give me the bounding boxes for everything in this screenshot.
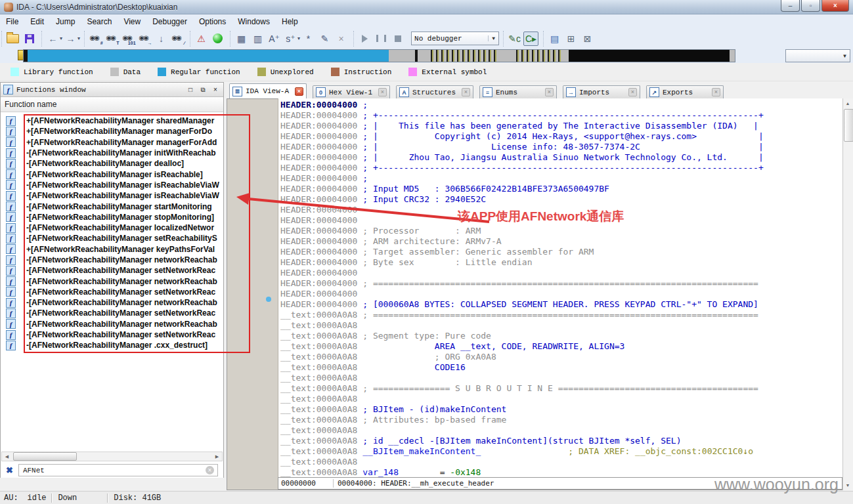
disassembly-line[interactable]: HEADER:00004000 ; +---------------------… [278,110,842,121]
open-file-button[interactable] [5,32,20,46]
make-struct-button[interactable]: s⁺ [283,32,298,46]
scroll-down-arrow[interactable]: ▼ [843,480,852,490]
stop-search-button[interactable]: ∕ [170,32,185,46]
search-immediate-button[interactable]: 101 [121,32,136,46]
tab-close-icon[interactable]: × [295,87,303,96]
delete-breakpoint-button[interactable]: ⊠ [580,32,595,46]
tab-structures[interactable]: AStructures× [396,85,473,98]
debugger-selector-combo[interactable]: No debugger▼ [411,32,499,45]
function-list-item[interactable]: f-[AFNetworkReachabilityManager setNetwo… [1,308,223,318]
panel-float-button[interactable]: ⧉ [198,85,208,94]
disassembly-line[interactable]: __text:0000A0A8 [278,373,842,383]
function-filter-input[interactable] [18,464,218,476]
function-list-item[interactable]: f+[AFNetworkReachabilityManager managerF… [1,137,223,148]
pause-process-button[interactable] [374,32,389,46]
disassembly-line[interactable]: __text:0000A0A8 ; BJItem - (id)makeInCon… [278,404,842,415]
clear-input-icon[interactable]: × [206,466,214,474]
disassembly-line[interactable]: __text:0000A0A8 CODE16 [278,362,842,373]
minimize-button[interactable]: – [781,0,800,12]
disassembly-line[interactable]: __text:0000A0A8 ; Segment type: Pure cod… [278,331,842,341]
navigator-sphere-button[interactable] [210,32,225,46]
disassembly-line[interactable]: HEADER:00004000 [278,289,842,299]
select-compiler-button[interactable]: ✎c [507,32,522,46]
function-list-item[interactable]: f-[AFNetworkReachabilityManager stopMoni… [1,212,223,222]
clear-filter-icon[interactable]: ✖ [6,465,13,475]
disassembly-line[interactable]: HEADER:00004000 ; [000060A8 BYTES: COLLA… [278,299,842,310]
scrollbar-thumb[interactable] [13,452,77,461]
panel-close-button[interactable]: × [210,85,221,94]
function-list-item[interactable]: f-[AFNetworkReachabilityManager setNetwo… [1,287,223,297]
disassembly-line[interactable]: HEADER:00004000 ; +---------------------… [278,163,842,173]
save-file-button[interactable] [22,32,37,46]
tab-enums[interactable]: ≡Enums× [479,85,557,98]
disassembly-line[interactable]: HEADER:00004000 ; | This file has been g… [278,121,842,131]
tab-close-icon[interactable]: × [628,88,637,96]
disassembly-line[interactable]: HEADER:00004000 ; Input MD5 : 306B566F02… [278,184,842,194]
menu-debugger[interactable]: Debugger [146,16,193,28]
panel-maximize-button[interactable]: □ [185,85,196,94]
menu-options[interactable]: Options [193,16,232,28]
disassembly-listing[interactable]: HEADER:00004000 ;HEADER:00004000 ; +----… [278,98,842,477]
stop-process-button[interactable] [390,32,405,46]
nav-range-combo[interactable]: ▼ [785,49,850,62]
disassembly-line[interactable]: HEADER:00004000 ; Target assembler: Gene… [278,247,842,257]
disassembly-vertical-scrollbar[interactable]: ▲ ▼ [842,98,853,490]
scrollbar-thumb[interactable] [844,109,853,142]
menu-search[interactable]: Search [81,16,118,28]
disassembly-line[interactable]: HEADER:00004000 ; Byte sex : Little endi… [278,257,842,268]
disassembly-line[interactable]: HEADER:00004000 ; [278,173,842,184]
breakpoint-list-button[interactable]: ▤ [547,32,562,46]
function-list-item[interactable]: f-[AFNetworkReachabilityManager networkR… [1,297,223,308]
disassembly-line[interactable]: __text:0000A0A8 [278,320,842,331]
search-sequence-button[interactable]: # [88,32,103,46]
function-list-item[interactable]: f+[AFNetworkReachabilityManager managerF… [1,126,223,136]
make-data-button[interactable]: ▥ [250,32,265,46]
jump-forward-button[interactable]: → [63,32,78,46]
functions-window-titlebar[interactable]: f Functions window □ ⧉ × [1,83,223,97]
disassembly-line[interactable]: HEADER:00004000 ; | Copyright (c) 2014 H… [278,131,842,142]
disassembly-line[interactable]: __text:0000A0A8 AREA __text, CODE, READW… [278,341,842,352]
tab-close-icon[interactable]: × [462,88,470,96]
disassembly-line[interactable]: HEADER:00004000 ; Processor : ARM [278,226,842,236]
menu-edit[interactable]: Edit [24,16,50,28]
start-process-button[interactable] [357,32,372,46]
disassembly-line[interactable]: HEADER:00004000 ; | Zhou Tao, Jiangsu Au… [278,152,842,163]
disassembly-line[interactable]: __text:0000A0A8 [278,425,842,436]
function-list-item[interactable]: f-[AFNetworkReachabilityManager networkR… [1,276,223,286]
function-list-item[interactable]: f-[AFNetworkReachabilityManager .cxx_des… [1,340,223,350]
disassembly-line[interactable]: HEADER:00004000 [278,268,842,278]
close-button[interactable]: × [821,0,849,12]
function-list-item[interactable]: f-[AFNetworkReachabilityManager isReacha… [1,180,223,190]
disassembly-line[interactable]: __text:0000A0A8 __BJItem_makeInContent_ … [278,446,842,457]
disassembly-line[interactable]: HEADER:00004000 ; ARM architecture: ARMv… [278,236,842,247]
menu-view[interactable]: View [118,16,146,28]
quick-debug-button[interactable]: C▸ [523,32,538,46]
jump-back-button[interactable]: ← [45,32,60,46]
disassembly-line[interactable]: __text:0000A0A8 ; ======================… [278,310,842,320]
disassembly-line[interactable]: __text:0000A0A8 [278,457,842,467]
tab-hex-view-1[interactable]: 0Hex View-1× [313,85,390,98]
disassembly-line[interactable]: __text:0000A0A8 ; ORG 0xA0A8 [278,352,842,362]
disassembly-line[interactable]: __text:0000A0A8 ; Attributes: bp-based f… [278,415,842,425]
functions-horizontal-scrollbar[interactable]: ◀ ▶ [1,452,223,461]
disassembly-line[interactable]: __text:0000A0A8 [278,394,842,404]
make-array-button[interactable]: * [301,32,316,46]
scroll-up-arrow[interactable]: ▲ [843,98,852,108]
function-list-item[interactable]: f-[AFNetworkReachabilityManager localize… [1,222,223,233]
menu-jump[interactable]: Jump [50,16,81,28]
edit-function-button[interactable]: ✎ [317,32,332,46]
navigation-band[interactable] [23,49,735,62]
jump-next-button[interactable]: ↓ [154,32,169,46]
make-code-button[interactable]: ▦ [234,32,249,46]
restore-button[interactable]: ▫ [801,0,820,12]
function-list-item[interactable]: f-[AFNetworkReachabilityManager isReacha… [1,169,223,179]
tab-imports[interactable]: →Imports× [563,85,640,98]
function-list-item[interactable]: f-[AFNetworkReachabilityManager dealloc] [1,158,223,169]
scroll-right-arrow[interactable]: ▶ [212,452,222,461]
add-breakpoint-button[interactable]: ⊞ [563,32,579,46]
tab-close-icon[interactable]: × [712,88,720,96]
menu-file[interactable]: File [0,16,24,28]
function-list-item[interactable]: f-[AFNetworkReachabilityManager networkR… [1,319,223,329]
undefine-button[interactable]: × [334,32,349,46]
disassembly-line[interactable]: HEADER:00004000 ; Input CRC32 : 2940E52C [278,194,842,205]
